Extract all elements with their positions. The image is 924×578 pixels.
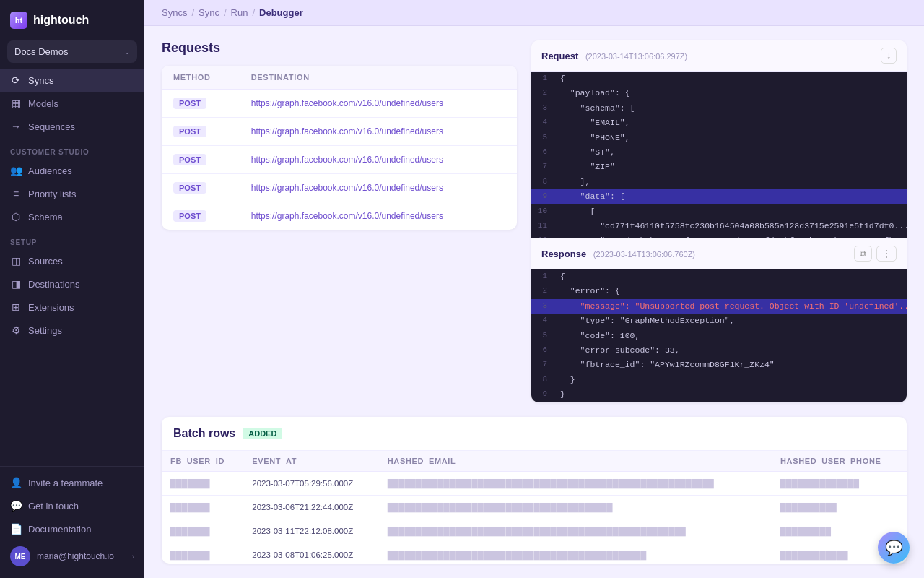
table-row[interactable]: POST https://graph.facebook.com/v16.0/un… xyxy=(162,174,517,202)
breadcrumb-current: Debugger xyxy=(259,7,303,18)
breadcrumb-sep-1: / xyxy=(191,7,194,18)
code-line: 7 "fbtrace_id": "APYw1RZcommD8GF1Kr_ZKz4… xyxy=(531,358,907,372)
batch-table: FB_USER_IDEVENT_ATHASHED_EMAILHASHED_USE… xyxy=(162,451,907,564)
line-number: 1 xyxy=(531,270,554,283)
destination-cell: https://graph.facebook.com/v16.0/undefin… xyxy=(240,90,517,118)
batch-row: ███████ 2023-03-07T05:29:56.000Z ███████… xyxy=(162,471,907,495)
avatar: ME xyxy=(10,546,30,566)
sidebar-item-destinations[interactable]: ◨ Destinations xyxy=(0,272,144,296)
sidebar-item-label-models: Models xyxy=(28,98,58,109)
sidebar-item-audiences[interactable]: 👥 Audiences xyxy=(0,159,144,182)
code-line: 9} xyxy=(531,387,907,402)
batch-row: ███████ 2023-03-08T01:06:25.000Z ███████… xyxy=(162,543,907,564)
sidebar-item-label-destinations: Destinations xyxy=(28,279,80,290)
breadcrumb-run[interactable]: Run xyxy=(231,7,248,18)
split-row: Requests METHOD DESTINATION POST https:/… xyxy=(162,40,907,402)
breadcrumb-sync[interactable]: Sync xyxy=(199,7,219,18)
line-number: 3 xyxy=(531,102,554,115)
requests-table-wrap: METHOD DESTINATION POST https://graph.fa… xyxy=(162,66,517,230)
code-line: 8 } xyxy=(531,373,907,387)
batch-title: Batch rows xyxy=(173,427,235,440)
expand-button[interactable]: ⋮ xyxy=(876,246,897,262)
line-content: ], xyxy=(554,176,907,189)
user-row[interactable]: ME maria@hightouch.io › xyxy=(0,540,144,572)
sidebar: ht hightouch Docs Demos ⌄ ⟳ Syncs ▦ Mode… xyxy=(0,0,144,578)
line-number: 5 xyxy=(531,329,554,342)
code-line: 6 "ST", xyxy=(531,145,907,160)
response-timestamp: (2023-03-14T13:06:06.760Z) xyxy=(593,250,695,259)
sidebar-item-get-in-touch[interactable]: 💬 Get in touch xyxy=(0,494,144,517)
sidebar-item-settings[interactable]: ⚙ Settings xyxy=(0,319,144,342)
line-number: 8 xyxy=(531,374,554,387)
line-content: "code": 100, xyxy=(554,329,907,342)
priority-lists-icon: ≡ xyxy=(10,188,22,199)
response-header: Response (2023-03-14T13:06:06.760Z) ⧉ ⋮ xyxy=(531,238,907,269)
batch-col-header: FB_USER_ID xyxy=(162,451,243,472)
code-line: 1{ xyxy=(531,269,907,284)
sidebar-item-models[interactable]: ▦ Models xyxy=(0,92,144,115)
table-row[interactable]: POST https://graph.facebook.com/v16.0/un… xyxy=(162,118,517,146)
line-number: 11 xyxy=(531,220,554,233)
workspace-selector[interactable]: Docs Demos ⌄ xyxy=(7,40,137,63)
destination-cell: https://graph.facebook.com/v16.0/undefin… xyxy=(240,118,517,146)
line-content: "error": { xyxy=(554,285,907,298)
response-section: Response (2023-03-14T13:06:06.760Z) ⧉ ⋮ … xyxy=(531,238,907,402)
sidebar-item-label-documentation: Documentation xyxy=(28,524,91,535)
sources-icon: ◫ xyxy=(10,255,22,267)
table-row[interactable]: POST https://graph.facebook.com/v16.0/un… xyxy=(162,90,517,118)
download-button[interactable]: ↓ xyxy=(881,48,897,64)
line-number: 8 xyxy=(531,176,554,189)
line-content: } xyxy=(554,374,907,387)
sidebar-item-schema[interactable]: ⬡ Schema xyxy=(0,205,144,228)
line-content: "error_subcode": 33, xyxy=(554,344,907,357)
workspace-name: Docs Demos xyxy=(14,46,68,57)
sidebar-item-sources[interactable]: ◫ Sources xyxy=(0,249,144,272)
sidebar-item-extensions[interactable]: ⊞ Extensions xyxy=(0,296,144,319)
code-line: 4 "EMAIL", xyxy=(531,116,907,130)
line-content: "payload": { xyxy=(554,87,907,100)
code-line: 9 "data": [ xyxy=(531,189,907,204)
sidebar-item-label-audiences: Audiences xyxy=(28,165,72,176)
line-content: { xyxy=(554,270,907,283)
request-header: Request (2023-03-14T13:06:06.297Z) ↓ xyxy=(531,40,907,72)
destinations-icon: ◨ xyxy=(10,278,22,290)
setup-label: SETUP xyxy=(0,228,144,249)
line-content: { xyxy=(554,72,907,85)
sidebar-divider xyxy=(0,466,144,467)
response-code-block: 1{2 "error": {3 "message": "Unsupported … xyxy=(531,269,907,402)
sequences-icon: → xyxy=(10,121,22,132)
hashed-email-cell: ████████████████████████████████████████… xyxy=(379,543,772,564)
table-row[interactable]: POST https://graph.facebook.com/v16.0/un… xyxy=(162,146,517,174)
breadcrumb-syncs[interactable]: Syncs xyxy=(162,7,187,18)
code-line: 12 "6287d41beb7220a4f093798876d3e23efd29… xyxy=(531,233,907,238)
sidebar-item-invite[interactable]: 👤 Invite a teammate xyxy=(0,471,144,494)
method-cell: POST xyxy=(162,90,240,118)
invite-icon: 👤 xyxy=(10,477,22,488)
destination-cell: https://graph.facebook.com/v16.0/undefin… xyxy=(240,146,517,174)
chat-bubble[interactable]: 💬 xyxy=(878,532,910,564)
table-row[interactable]: POST https://graph.facebook.com/v16.0/un… xyxy=(162,202,517,230)
event-at-cell: 2023-03-07T05:29:56.000Z xyxy=(243,471,379,495)
line-number: 2 xyxy=(531,87,554,100)
user-chevron-icon: › xyxy=(132,553,134,561)
main-content: Syncs / Sync / Run / Debugger Requests M… xyxy=(144,0,924,578)
requests-panel: Requests METHOD DESTINATION POST https:/… xyxy=(162,40,517,230)
sidebar-item-syncs[interactable]: ⟳ Syncs xyxy=(0,69,144,92)
fb-user-id-cell: ███████ xyxy=(162,471,243,495)
documentation-icon: 📄 xyxy=(10,523,22,535)
sidebar-item-documentation[interactable]: 📄 Documentation xyxy=(0,517,144,540)
sidebar-item-priority-lists[interactable]: ≡ Priority lists xyxy=(0,182,144,205)
request-section: Request (2023-03-14T13:06:06.297Z) ↓ 1{2… xyxy=(531,40,907,238)
line-content: } xyxy=(554,388,907,401)
batch-col-header: EVENT_AT xyxy=(243,451,379,472)
sidebar-item-sequences[interactable]: → Sequences xyxy=(0,115,144,138)
logo-text: hightouch xyxy=(33,14,89,27)
copy-button[interactable]: ⧉ xyxy=(854,246,872,262)
request-timestamp: (2023-03-14T13:06:06.297Z) xyxy=(585,52,687,61)
fb-user-id-cell: ███████ xyxy=(162,495,243,519)
hashed-email-cell: ████████████████████████████████████████… xyxy=(379,471,772,495)
batch-col-header: HASHED_USER_PHONE xyxy=(772,451,907,472)
code-line: 2 "error": { xyxy=(531,284,907,298)
line-number: 1 xyxy=(531,72,554,85)
line-content: [ xyxy=(554,205,907,218)
